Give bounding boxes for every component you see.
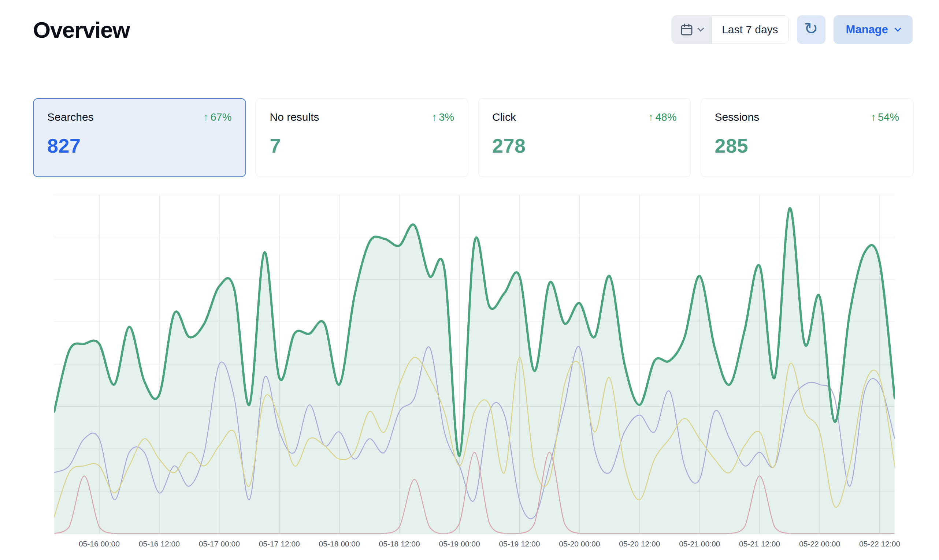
x-axis-label: 05-18 12:00 <box>379 540 420 548</box>
x-axis-label: 05-18 00:00 <box>319 540 360 548</box>
stat-card-click[interactable]: Click ↑ 48% 278 <box>478 98 691 177</box>
delta-value: 48% <box>655 111 677 123</box>
stat-card-delta: ↑ 3% <box>432 111 454 123</box>
analytics-chart: 05-16 00:0005-16 12:0005-17 00:0005-17 1… <box>54 195 895 554</box>
delta-value: 54% <box>878 111 899 123</box>
x-axis-labels: 05-16 00:0005-16 12:0005-17 00:0005-17 1… <box>54 540 895 554</box>
x-axis-label: 05-22 12:00 <box>859 540 900 548</box>
x-axis-label: 05-19 00:00 <box>439 540 480 548</box>
x-axis-label: 05-17 00:00 <box>199 540 240 548</box>
stat-card-label: Sessions <box>715 111 760 123</box>
overview-page: Overview Last 7 days ↻ <box>0 0 939 560</box>
stat-card-label: Click <box>492 111 516 123</box>
trend-up-icon: ↑ <box>203 111 209 123</box>
x-axis-label: 05-16 00:00 <box>79 540 120 548</box>
stat-card-head: Sessions ↑ 54% <box>715 111 899 123</box>
header-controls: Last 7 days ↻ Manage <box>672 15 913 44</box>
stat-card-delta: ↑ 48% <box>648 111 677 123</box>
stat-card-head: Searches ↑ 67% <box>47 111 232 123</box>
date-picker-button[interactable] <box>672 16 712 43</box>
refresh-button[interactable]: ↻ <box>797 15 825 44</box>
stat-card-value: 827 <box>47 134 232 157</box>
x-axis-label: 05-21 00:00 <box>679 540 720 548</box>
calendar-icon <box>680 23 693 36</box>
stat-card-value: 7 <box>270 134 455 157</box>
page-title: Overview <box>33 17 130 43</box>
x-axis-label: 05-21 12:00 <box>739 540 780 548</box>
x-axis-label: 05-20 00:00 <box>559 540 600 548</box>
series-searches-area <box>54 208 895 534</box>
stat-card-searches[interactable]: Searches ↑ 67% 827 <box>33 98 246 177</box>
delta-value: 67% <box>210 111 231 123</box>
refresh-icon: ↻ <box>804 20 818 37</box>
date-range-label: Last 7 days <box>722 23 778 36</box>
x-axis-label: 05-22 00:00 <box>799 540 840 548</box>
stat-card-sessions[interactable]: Sessions ↑ 54% 285 <box>701 98 914 177</box>
date-range-button[interactable]: Last 7 days <box>712 16 788 43</box>
x-axis-label: 05-20 12:00 <box>619 540 660 548</box>
stat-card-delta: ↑ 67% <box>203 111 232 123</box>
stat-card-delta: ↑ 54% <box>871 111 899 123</box>
x-axis-label: 05-17 12:00 <box>259 540 300 548</box>
delta-value: 3% <box>439 111 454 123</box>
chevron-down-icon <box>697 25 704 31</box>
trend-up-icon: ↑ <box>871 111 876 123</box>
analytics-chart-svg <box>54 195 895 534</box>
stat-card-label: No results <box>270 111 319 123</box>
stat-card-value: 278 <box>492 134 677 157</box>
stat-card-head: Click ↑ 48% <box>492 111 677 123</box>
date-range-control: Last 7 days <box>672 15 788 44</box>
stat-card-no-results[interactable]: No results ↑ 3% 7 <box>256 98 469 177</box>
page-header: Overview Last 7 days ↻ <box>0 0 939 44</box>
stat-card-value: 285 <box>715 134 899 157</box>
stat-card-label: Searches <box>47 111 94 123</box>
chevron-down-icon <box>894 25 901 31</box>
trend-up-icon: ↑ <box>432 111 437 123</box>
x-axis-label: 05-19 12:00 <box>499 540 540 548</box>
stat-cards-row: Searches ↑ 67% 827 No results ↑ 3% 7 Cli… <box>33 98 913 177</box>
manage-button-label: Manage <box>846 23 888 36</box>
x-axis-label: 05-16 12:00 <box>139 540 180 548</box>
manage-button[interactable]: Manage <box>834 15 913 44</box>
stat-card-head: No results ↑ 3% <box>270 111 455 123</box>
trend-up-icon: ↑ <box>648 111 654 123</box>
